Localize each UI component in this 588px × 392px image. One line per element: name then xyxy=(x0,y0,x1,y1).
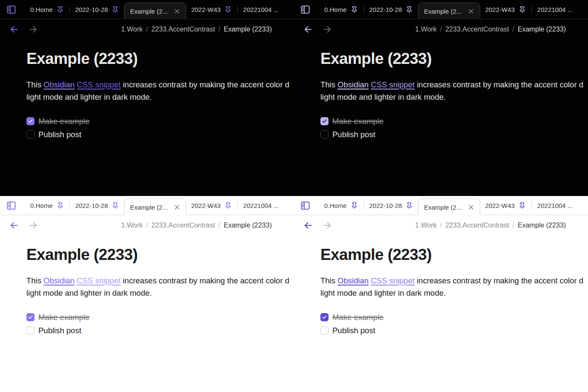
back-button[interactable] xyxy=(303,220,313,231)
tab-3[interactable]: 2022-W43 xyxy=(186,196,237,215)
pin-icon[interactable] xyxy=(112,202,119,209)
forward-button[interactable] xyxy=(322,220,332,231)
breadcrumb-separator: / xyxy=(513,222,514,229)
breadcrumb-item-1[interactable]: 2233.AccentContrast xyxy=(445,222,509,229)
checkbox-checked[interactable] xyxy=(26,117,35,125)
close-icon[interactable] xyxy=(468,8,474,14)
breadcrumb-item-0[interactable]: 1.Work xyxy=(415,26,436,33)
tab-active-2[interactable]: Example (2... xyxy=(418,3,480,19)
tab-3[interactable]: 2022-W43 xyxy=(186,0,237,19)
tab-strip: 0.Home2022-10-28Example (2...2022-W43202… xyxy=(319,0,588,19)
back-button[interactable] xyxy=(303,24,313,35)
back-button[interactable] xyxy=(9,24,19,35)
tab-1[interactable]: 2022-10-28 xyxy=(364,0,418,19)
breadcrumb-item-2[interactable]: Example (2233) xyxy=(224,26,272,33)
internal-link-obsidian[interactable]: Obsidian xyxy=(337,80,369,89)
tab-0[interactable]: 0.Home xyxy=(25,196,69,215)
pin-icon[interactable] xyxy=(519,6,526,13)
paragraph-line-1: This Obsidian CSS snippet increases cont… xyxy=(320,274,588,287)
checkbox-unchecked[interactable] xyxy=(320,130,329,138)
forward-button[interactable] xyxy=(28,220,38,231)
tab-divider xyxy=(237,6,238,13)
breadcrumb-item-1[interactable]: 2233.AccentContrast xyxy=(151,26,215,33)
breadcrumb-item-2[interactable]: Example (2233) xyxy=(518,26,566,33)
back-button[interactable] xyxy=(9,220,19,231)
pin-icon[interactable] xyxy=(112,6,119,13)
tab-label: Example (2... xyxy=(130,204,167,211)
tab-3[interactable]: 2022-W43 xyxy=(480,0,531,19)
task-label: Publish post xyxy=(38,130,81,139)
tab-active-2[interactable]: Example (2... xyxy=(418,199,480,215)
paragraph-line-1: This Obsidian CSS snippet increases cont… xyxy=(26,78,294,91)
tab-1[interactable]: 2022-10-28 xyxy=(70,196,124,215)
tab-label: 20221004 ... xyxy=(243,202,279,209)
pin-icon[interactable] xyxy=(406,6,413,13)
paragraph-text: This xyxy=(26,80,43,89)
tab-label: 20221004 ... xyxy=(537,202,573,209)
sidebar-toggle-button[interactable] xyxy=(6,0,17,19)
tab-4[interactable]: 20221004 ... xyxy=(238,196,284,215)
pin-icon[interactable] xyxy=(406,202,413,209)
checkbox-unchecked[interactable] xyxy=(320,326,329,334)
external-link-css-snippet[interactable]: CSS snippet xyxy=(371,276,415,285)
paragraph-text: This xyxy=(320,276,337,285)
pane-dark-lighter-accent: 0.Home2022-10-28Example (2...2022-W43202… xyxy=(294,0,588,196)
tab-divider xyxy=(531,6,532,13)
checkbox-unchecked[interactable] xyxy=(26,326,35,334)
tab-3[interactable]: 2022-W43 xyxy=(480,196,531,215)
close-icon[interactable] xyxy=(174,8,180,14)
pin-icon[interactable] xyxy=(351,202,358,209)
tab-1[interactable]: 2022-10-28 xyxy=(70,0,124,19)
external-link-css-snippet[interactable]: CSS snippet xyxy=(77,80,121,89)
breadcrumb-item-1[interactable]: 2233.AccentContrast xyxy=(445,26,509,33)
close-icon[interactable] xyxy=(468,204,474,210)
checkbox-checked[interactable] xyxy=(320,313,329,321)
breadcrumb-item-0[interactable]: 1.Work xyxy=(121,222,142,229)
tab-4[interactable]: 20221004 ... xyxy=(532,0,578,19)
breadcrumb-item-0[interactable]: 1.Work xyxy=(415,222,436,229)
pin-icon[interactable] xyxy=(519,202,526,209)
breadcrumb-separator: / xyxy=(146,222,148,229)
close-icon[interactable] xyxy=(174,204,180,210)
breadcrumb-item-1[interactable]: 2233.AccentContrast xyxy=(151,222,215,229)
tab-label: Example (2... xyxy=(424,8,461,15)
tab-4[interactable]: 20221004 ... xyxy=(532,196,578,215)
tab-active-2[interactable]: Example (2... xyxy=(124,199,186,215)
internal-link-obsidian[interactable]: Obsidian xyxy=(337,276,369,285)
tab-1[interactable]: 2022-10-28 xyxy=(364,196,418,215)
tab-0[interactable]: 0.Home xyxy=(25,0,69,19)
sidebar-toggle-button[interactable] xyxy=(300,196,311,215)
check-icon xyxy=(28,314,33,320)
pin-icon[interactable] xyxy=(351,6,358,13)
task-row: Make example xyxy=(26,311,294,324)
arrow-left-icon xyxy=(303,220,313,231)
check-icon xyxy=(28,118,33,124)
external-link-css-snippet[interactable]: CSS snippet xyxy=(371,80,415,89)
breadcrumb-separator: / xyxy=(513,26,514,33)
checkbox-checked[interactable] xyxy=(26,313,35,321)
tab-4[interactable]: 20221004 ... xyxy=(238,0,284,19)
breadcrumb-item-0[interactable]: 1.Work xyxy=(121,26,142,33)
breadcrumb-item-2[interactable]: Example (2233) xyxy=(224,222,272,229)
breadcrumb-item-2[interactable]: Example (2233) xyxy=(518,222,566,229)
tab-0[interactable]: 0.Home xyxy=(319,0,363,19)
sidebar-toggle-button[interactable] xyxy=(6,196,17,215)
tab-label: 2022-10-28 xyxy=(369,6,402,13)
internal-link-obsidian[interactable]: Obsidian xyxy=(43,80,75,89)
task-label: Make example xyxy=(38,117,89,126)
sidebar-toggle-button[interactable] xyxy=(300,0,311,19)
tab-active-2[interactable]: Example (2... xyxy=(124,3,186,19)
pin-icon[interactable] xyxy=(225,6,232,13)
pin-icon[interactable] xyxy=(225,202,232,209)
pin-icon[interactable] xyxy=(57,202,64,209)
external-link-css-snippet[interactable]: CSS snippet xyxy=(77,276,121,285)
task-row: Publish post xyxy=(26,324,294,337)
tab-0[interactable]: 0.Home xyxy=(319,196,363,215)
internal-link-obsidian[interactable]: Obsidian xyxy=(43,276,75,285)
forward-button[interactable] xyxy=(322,24,332,35)
pin-icon[interactable] xyxy=(57,6,64,13)
checkbox-checked[interactable] xyxy=(320,117,329,125)
checkbox-unchecked[interactable] xyxy=(26,130,35,138)
note-paragraph: This Obsidian CSS snippet increases cont… xyxy=(320,78,588,103)
forward-button[interactable] xyxy=(28,24,38,35)
